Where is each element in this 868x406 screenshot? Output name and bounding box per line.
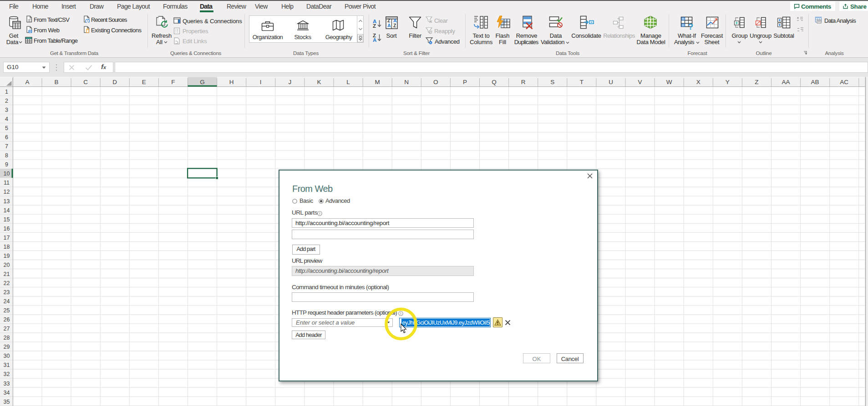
svg-text:34: 34: [4, 390, 10, 396]
svg-text:D: D: [112, 79, 117, 85]
svg-text:22: 22: [4, 280, 10, 286]
svg-text:16: 16: [4, 226, 10, 232]
svg-text:10: 10: [4, 170, 10, 177]
svg-text:U: U: [609, 79, 613, 85]
svg-text:Y: Y: [726, 79, 730, 85]
svg-text:29: 29: [4, 344, 10, 350]
svg-text:N: N: [404, 79, 409, 85]
svg-text:28: 28: [4, 335, 10, 341]
svg-text:H: H: [229, 79, 234, 85]
svg-text:AB: AB: [811, 79, 819, 85]
svg-text:8: 8: [5, 152, 8, 159]
svg-text:26: 26: [4, 316, 10, 323]
svg-text:14: 14: [4, 207, 10, 214]
svg-text:3: 3: [5, 107, 8, 113]
svg-text:W: W: [666, 79, 672, 85]
svg-text:Z: Z: [755, 79, 758, 85]
svg-text:AA: AA: [782, 79, 790, 85]
svg-text:4: 4: [5, 116, 8, 122]
svg-text:X: X: [696, 79, 700, 85]
svg-text:6: 6: [5, 134, 8, 140]
svg-text:9: 9: [5, 161, 8, 168]
svg-text:I: I: [260, 79, 262, 85]
svg-text:J: J: [649, 19, 651, 23]
svg-text:32: 32: [4, 371, 10, 377]
svg-text:F: F: [171, 79, 175, 85]
svg-text:B: B: [54, 79, 58, 85]
svg-text:31: 31: [4, 362, 10, 368]
svg-text:E: E: [142, 79, 146, 85]
svg-text:18: 18: [4, 244, 10, 250]
svg-text:12: 12: [4, 189, 10, 195]
svg-text:5: 5: [5, 125, 8, 131]
svg-text:M: M: [375, 79, 380, 85]
svg-text:25: 25: [4, 307, 10, 314]
svg-text:G: G: [200, 79, 205, 85]
svg-text:T: T: [580, 79, 584, 85]
svg-text:O: O: [433, 79, 438, 85]
svg-text:21: 21: [4, 271, 10, 277]
svg-text:S: S: [550, 79, 554, 85]
svg-text:V: V: [638, 79, 642, 85]
svg-text:L: L: [346, 79, 350, 85]
svg-text:AC: AC: [840, 79, 848, 85]
svg-text:27: 27: [4, 326, 10, 332]
svg-text:23: 23: [4, 289, 10, 296]
svg-text:R: R: [521, 79, 526, 85]
svg-text:19: 19: [4, 253, 10, 259]
svg-text:P: P: [463, 79, 467, 85]
svg-text:?: ?: [688, 22, 694, 30]
svg-text:17: 17: [4, 235, 10, 241]
svg-text:11: 11: [4, 180, 10, 186]
svg-text:24: 24: [4, 298, 10, 305]
svg-text:2: 2: [5, 98, 8, 104]
svg-text:K: K: [317, 79, 321, 85]
svg-text:30: 30: [4, 353, 10, 359]
svg-text:33: 33: [4, 381, 10, 387]
svg-text:7: 7: [5, 143, 8, 150]
svg-text:35: 35: [4, 399, 10, 405]
svg-text:C: C: [83, 79, 88, 85]
svg-text:13: 13: [4, 198, 10, 205]
svg-text:Q: Q: [492, 79, 497, 85]
svg-text:J: J: [288, 79, 291, 85]
svg-text:15: 15: [4, 216, 10, 223]
svg-text:A: A: [25, 79, 29, 85]
svg-text:20: 20: [4, 262, 10, 268]
svg-text:1: 1: [5, 89, 8, 95]
